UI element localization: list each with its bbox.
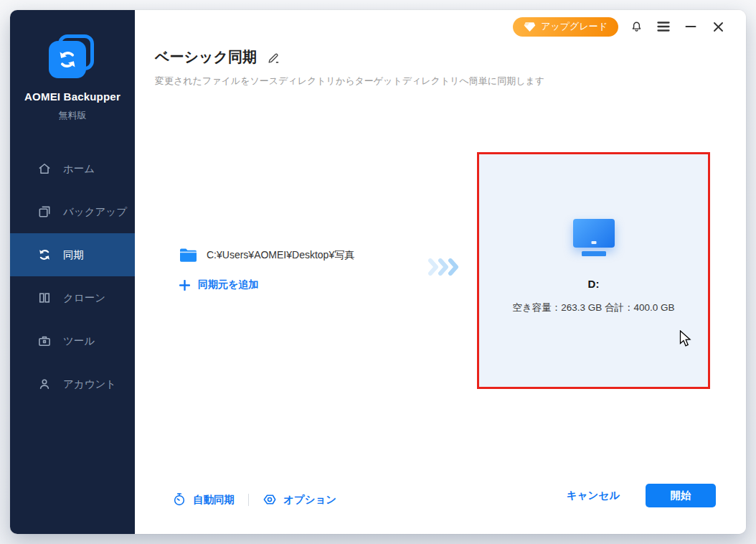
upgrade-button[interactable]: アップグレード: [513, 17, 618, 37]
options-button[interactable]: オプション: [263, 492, 336, 507]
monitor-stand: [582, 251, 606, 256]
sidebar: AOMEI Backupper 無料版 ホーム バックアップ: [10, 10, 135, 534]
stopwatch-icon: [172, 492, 186, 507]
minimize-button[interactable]: [677, 16, 704, 37]
edit-task-name-button[interactable]: [266, 50, 280, 64]
drive-monitor-icon: [573, 219, 615, 256]
diamond-icon: [524, 22, 536, 32]
app-window: AOMEI Backupper 無料版 ホーム バックアップ: [10, 10, 746, 534]
app-logo: [49, 34, 96, 80]
mouse-cursor: [679, 330, 694, 347]
sidebar-item-sync[interactable]: 同期: [10, 233, 135, 276]
monitor-screen: [573, 219, 615, 248]
main-panel: アップグレード: [135, 10, 746, 534]
gear-icon: [263, 492, 277, 507]
sidebar-item-label: ホーム: [63, 162, 95, 176]
account-icon: [37, 377, 52, 391]
notifications-button[interactable]: [623, 16, 650, 37]
auto-sync-button[interactable]: 自動同期: [172, 492, 235, 507]
app-edition: 無料版: [10, 109, 135, 122]
target-drive-label: D:: [588, 278, 600, 290]
backup-icon: [37, 205, 52, 219]
hamburger-menu-icon: [657, 21, 670, 32]
options-label: オプション: [283, 493, 336, 507]
titlebar-controls: アップグレード: [513, 16, 732, 37]
app-name: AOMEI Backupper: [10, 90, 135, 103]
tools-icon: [37, 334, 52, 348]
footer-right-actions: キャンセル 開始: [567, 484, 716, 507]
sidebar-nav: ホーム バックアップ 同期: [10, 147, 135, 405]
cancel-button[interactable]: キャンセル: [567, 489, 620, 502]
sidebar-item-backup[interactable]: バックアップ: [10, 190, 135, 233]
sidebar-item-account[interactable]: アカウント: [10, 362, 135, 405]
sidebar-item-clone[interactable]: クローン: [10, 276, 135, 319]
sidebar-item-label: ツール: [63, 334, 95, 348]
page-subtitle: 変更されたファイルをソースディレクトリからターゲットディレクトリへ簡単に同期しま…: [155, 75, 544, 88]
auto-sync-label: 自動同期: [193, 493, 235, 507]
minimize-icon: [685, 21, 696, 32]
monitor-dot: [591, 241, 596, 244]
footer-left-actions: 自動同期 オプション: [172, 492, 336, 507]
plus-icon: [179, 280, 190, 291]
close-button[interactable]: [704, 16, 732, 37]
sidebar-item-label: アカウント: [63, 377, 116, 391]
logo-sync-icon: [49, 41, 86, 78]
page-title: ベーシック同期: [155, 47, 257, 67]
clone-icon: [37, 291, 52, 305]
sidebar-item-home[interactable]: ホーム: [10, 147, 135, 190]
sidebar-item-label: クローン: [63, 291, 105, 305]
folder-icon: [179, 248, 197, 263]
sync-target-selector[interactable]: D: 空き容量：263.3 GB 合計：400.0 GB: [477, 152, 710, 389]
footer-divider: [248, 494, 249, 506]
sync-source-item[interactable]: C:¥Users¥AOMEI¥Desktop¥写真: [179, 248, 354, 263]
sync-direction-chevrons-icon: [427, 258, 460, 276]
start-button[interactable]: 開始: [646, 484, 716, 507]
add-source-button[interactable]: 同期元を追加: [179, 278, 258, 291]
upgrade-label: アップグレード: [541, 20, 608, 33]
source-path: C:¥Users¥AOMEI¥Desktop¥写真: [207, 249, 354, 262]
add-source-label: 同期元を追加: [198, 278, 258, 291]
close-icon: [713, 22, 724, 32]
sidebar-item-label: バックアップ: [63, 205, 127, 219]
bell-icon: [630, 20, 643, 34]
menu-button[interactable]: [650, 16, 677, 37]
sidebar-item-label: 同期: [63, 248, 84, 262]
pencil-icon: [266, 50, 280, 64]
home-icon: [37, 161, 52, 176]
sidebar-item-tools[interactable]: ツール: [10, 319, 135, 362]
page-header: ベーシック同期: [155, 47, 280, 67]
sync-icon: [37, 248, 52, 262]
target-drive-capacity: 空き容量：263.3 GB 合計：400.0 GB: [512, 301, 674, 314]
